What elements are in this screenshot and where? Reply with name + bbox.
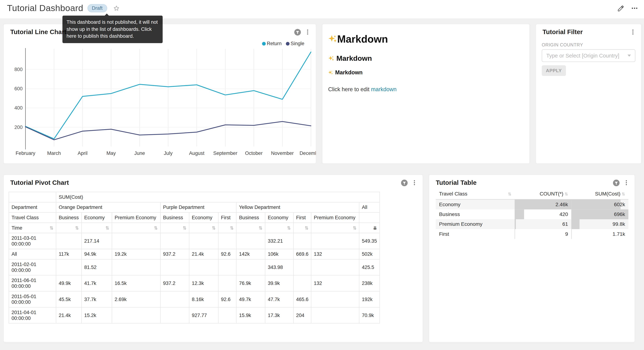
legend-label: Return [267, 40, 282, 46]
draft-badge[interactable]: Draft [87, 4, 107, 12]
pivot-class-header [359, 212, 380, 223]
pivot-value-cell: 425.5 [359, 259, 380, 275]
pivot-class-header: Business [236, 212, 265, 223]
sort-icon[interactable]: ⇊ [373, 225, 377, 231]
pivot-value-cell: 142k [236, 249, 265, 259]
pivot-value-cell: 70.9k [359, 308, 380, 323]
sort-icon[interactable]: ⇅ [259, 225, 262, 231]
cell-value: 602k [614, 200, 625, 209]
pivot-row: 2011-05-01 00:00:0045.5k37.7k2.69k8.16k9… [9, 291, 380, 307]
sort-icon[interactable]: ⇅ [50, 225, 53, 231]
sort-icon[interactable]: ⇅ [622, 192, 625, 196]
pivot-value-cell [189, 233, 218, 249]
legend-item[interactable]: Single [286, 40, 304, 46]
sort-icon[interactable]: ⇅ [212, 225, 216, 231]
sort-icon[interactable]: ⇅ [75, 225, 79, 231]
pivot-value-cell [189, 259, 218, 275]
pivot-class-header: Premium Economy [311, 212, 359, 223]
sort-icon[interactable]: ⇅ [154, 225, 158, 231]
pivot-value-cell: 549.35 [359, 233, 380, 249]
pivot-value-cell: 17.3k [265, 308, 293, 323]
pivot-class-header: First [218, 212, 236, 223]
pivot-row: 2011-03-01 00:00:00217.14332.21549.35 [9, 233, 380, 249]
pivot-value-cell: 937.2 [160, 275, 189, 291]
markdown-edit-hint: Click here to edit markdown [328, 86, 524, 92]
sort-icon[interactable]: ⇅ [564, 192, 568, 196]
markdown-card[interactable]: Markdown Markdown Markdown Click here to… [322, 24, 530, 164]
pivot-value-cell [160, 259, 189, 275]
chart-legend: ReturnSingle [262, 40, 304, 46]
cell-value: 1.71k [612, 229, 625, 239]
kebab-menu-icon[interactable] [411, 179, 418, 186]
origin-country-select[interactable]: Type or Select [Origin Country] [542, 49, 635, 62]
pivot-table: SUM(Cost)DepartmentOrange DepartmentPurp… [9, 192, 380, 324]
cell-value: 696k [614, 210, 625, 219]
pivot-metric-header: SUM(Cost) [56, 192, 380, 202]
favorite-star-icon[interactable] [113, 5, 120, 12]
sort-icon[interactable]: ⇅ [106, 225, 109, 231]
table-card: Tutorial Table Travel Class⇅ COUNT(*)⇅ [429, 174, 635, 342]
column-header-travel-class[interactable]: Travel Class⇅ [436, 188, 515, 199]
origin-country-label: ORIGIN COUNTRY [542, 42, 583, 47]
kebab-menu-icon[interactable] [630, 29, 636, 35]
unpublished-tooltip[interactable]: This dashboard is not published, it will… [62, 16, 162, 43]
pivot-row: All117k94.9k19.2k937.221.4k92.6142k106k6… [9, 249, 380, 259]
column-header-sum-cost[interactable]: SUM(Cost)⇅ [571, 188, 628, 199]
table-row[interactable]: Business420696k [436, 210, 628, 219]
pivot-value-cell [56, 259, 82, 275]
pivot-value-cell: 15.9k [236, 308, 265, 323]
pivot-value-cell [311, 308, 359, 323]
pivot-value-cell: 502k [359, 249, 380, 259]
sum-cell: 602k [571, 199, 628, 209]
pivot-value-cell [294, 275, 311, 291]
dashboard-page: Tutorial Dashboard Draft This dashboard … [0, 0, 644, 350]
legend-item[interactable]: Return [262, 40, 282, 46]
table-row[interactable]: Premium Economy6199.8k [436, 219, 628, 229]
sort-icon[interactable]: ⇅ [230, 225, 234, 231]
column-header-count[interactable]: COUNT(*)⇅ [515, 188, 571, 199]
pivot-value-cell [218, 275, 236, 291]
cross-filter-icon[interactable] [294, 28, 301, 35]
pivot-value-cell: 2.69k [112, 291, 160, 307]
cell-value: 420 [560, 210, 568, 219]
pivot-department-label: Department [9, 202, 56, 212]
pivot-value-cell: 76.9k [236, 275, 265, 291]
cross-filter-icon[interactable] [401, 179, 408, 186]
svg-text:September: September [213, 150, 237, 156]
pivot-value-cell: 37.7k [82, 291, 112, 307]
markdown-edit-link[interactable]: markdown [371, 86, 396, 92]
kebab-menu-icon[interactable] [304, 29, 311, 35]
sort-icon[interactable]: ⇅ [304, 225, 308, 231]
pivot-class-header: Economy [265, 212, 293, 223]
pivot-value-cell: 21.4k [56, 308, 82, 323]
apply-filter-button[interactable]: APPLY [542, 65, 566, 76]
kebab-menu-icon[interactable] [623, 179, 630, 186]
pivot-sort-cell: ⇅ [112, 223, 160, 233]
pivot-value-cell [160, 308, 189, 323]
table-row[interactable]: First91.71k [436, 229, 628, 239]
sort-icon[interactable]: ⇅ [508, 192, 512, 196]
pivot-value-cell: 45.5k [56, 291, 82, 307]
pivot-row: 2011-02-01 00:00:0081.52343.98425.5 [9, 259, 380, 275]
pivot-value-cell [218, 308, 236, 323]
sort-icon[interactable]: ⇅ [287, 225, 291, 231]
cross-filter-icon[interactable] [613, 179, 620, 186]
svg-text:May: May [106, 150, 116, 156]
table-row[interactable]: Economy2.46k602k [436, 199, 628, 209]
pivot-sort-cell: ⇅ [265, 223, 293, 233]
svg-text:February: February [16, 150, 35, 156]
sort-icon[interactable]: ⇅ [183, 225, 186, 231]
pivot-sort-cell: ⇅ [189, 223, 218, 233]
pivot-class-header: First [294, 212, 311, 223]
line-chart[interactable]: 200400600800FebruaryMarchAprilMayJuneJul… [4, 45, 316, 164]
sort-icon[interactable]: ⇅ [353, 225, 356, 231]
edit-icon[interactable] [617, 5, 624, 12]
page-title: Tutorial Dashboard [7, 3, 83, 14]
pivot-row-label: 2011-05-01 00:00:00 [9, 291, 56, 307]
markdown-heading-5: Markdown [328, 70, 524, 76]
more-menu-icon[interactable] [631, 4, 638, 12]
pivot-row-label: All [9, 249, 56, 259]
pivot-group-header: Orange Department [56, 202, 160, 212]
value-bar [515, 210, 524, 219]
value-bar [571, 219, 580, 229]
